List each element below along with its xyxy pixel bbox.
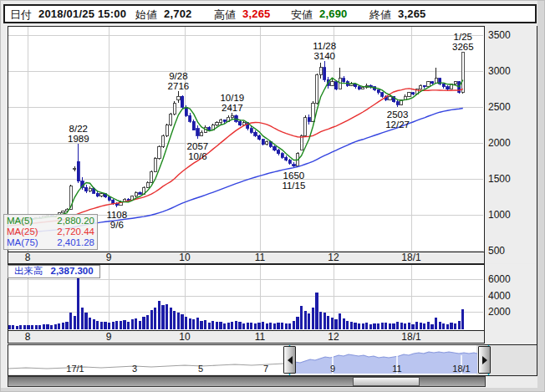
ma25-legend-row: MA(25) 2,720.44 (7, 227, 94, 237)
svg-text:18/1: 18/1 (401, 252, 421, 263)
svg-text:2000: 2000 (488, 306, 511, 318)
quote-info-bar: 日付 2018/01/25 15:00 始値 2,702 高値 3,265 安値… (3, 4, 537, 23)
svg-text:3000: 3000 (488, 65, 511, 77)
svg-text:12: 12 (328, 252, 339, 263)
close-label: 終値 (369, 8, 391, 23)
svg-text:8: 8 (25, 331, 31, 343)
ma75-label: MA(75) (7, 237, 38, 248)
svg-text:18/1: 18/1 (401, 331, 421, 343)
scrollbar-thumb[interactable] (353, 377, 420, 386)
nav-left-handle[interactable] (283, 346, 296, 374)
svg-text:11: 11 (255, 252, 266, 263)
svg-text:6000: 6000 (488, 273, 511, 285)
ma25-label: MA(25) (7, 227, 38, 237)
scrollbar-track[interactable] (8, 376, 486, 387)
svg-text:4000: 4000 (488, 290, 511, 302)
date-value: 2018/01/25 15:00 (38, 8, 126, 20)
svg-text:9: 9 (106, 331, 112, 343)
svg-text:500: 500 (488, 245, 505, 257)
svg-text:9: 9 (106, 252, 112, 263)
high-label: 高値 (214, 8, 236, 23)
ma75-value: 2,401.28 (57, 237, 94, 248)
ma5-value: 2,880.20 (57, 216, 94, 227)
svg-text:11: 11 (255, 331, 266, 343)
nav-right-handle[interactable] (478, 346, 491, 374)
svg-text:2500: 2500 (488, 101, 511, 113)
svg-text:8: 8 (25, 252, 31, 263)
svg-text:1000: 1000 (488, 209, 511, 221)
high-value: 3,265 (242, 8, 271, 20)
ma-legend: MA(5) 2,880.20 MA(25) 2,720.44 MA(75) 2,… (3, 214, 98, 250)
arrow-left-icon (288, 356, 293, 364)
ma25-value: 2,720.44 (57, 227, 94, 237)
svg-text:10: 10 (179, 331, 191, 343)
stock-chart-window: 8/22198911089/69/282716205710/610/192417… (0, 0, 545, 392)
navigator-range-area[interactable] (8, 344, 477, 375)
open-label: 始値 (135, 8, 157, 23)
low-label: 安値 (291, 8, 313, 23)
close-value: 3,265 (398, 8, 426, 20)
ma75-legend-row: MA(75) 2,401.28 (7, 237, 94, 248)
ma5-legend-row: MA(5) 2,880.20 (7, 216, 94, 227)
svg-text:1500: 1500 (488, 173, 511, 185)
svg-text:10: 10 (179, 252, 191, 263)
low-value: 2,690 (319, 8, 348, 20)
volume-legend: 出来高2,387.300 (8, 265, 100, 278)
volume-label: 出来高 (14, 266, 43, 276)
date-label: 日付 (10, 8, 32, 23)
arrow-right-icon (482, 356, 487, 364)
open-value: 2,702 (164, 8, 192, 20)
volume-value: 2,387.300 (51, 266, 94, 276)
svg-text:2000: 2000 (488, 137, 511, 149)
svg-text:3500: 3500 (488, 29, 511, 41)
ma5-label: MA(5) (7, 216, 33, 227)
svg-text:12: 12 (328, 331, 339, 343)
